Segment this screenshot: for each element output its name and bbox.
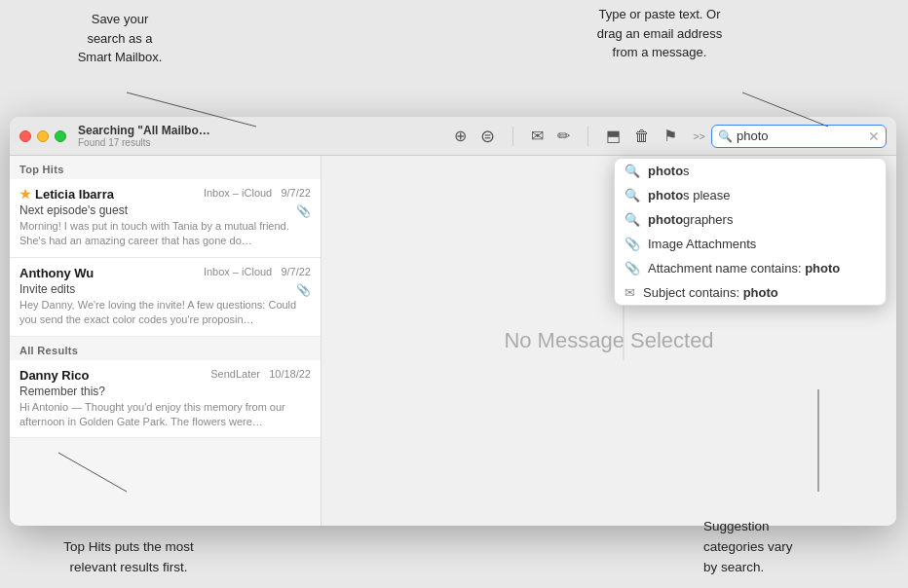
trash-button[interactable]: 🗑 — [634, 128, 650, 145]
mail-meta: SendLater 10/18/22 — [210, 368, 311, 380]
dropdown-label-photos: photos — [648, 164, 876, 178]
annotation-bottom-left: Top Hits puts the most relevant results … — [12, 537, 246, 578]
attachment-icon: 📎 — [296, 283, 311, 297]
mail-item-leticia[interactable]: ★ Leticia Ibarra Inbox – iCloud 9/7/22 N… — [10, 179, 321, 258]
mail-list: Top Hits ★ Leticia Ibarra Inbox – iCloud… — [10, 156, 322, 526]
paperclip-icon: 📎 — [624, 261, 640, 276]
envelope-icon: ✉ — [624, 285, 635, 300]
mail-meta: Inbox – iCloud 9/7/22 — [204, 266, 311, 277]
window-title-text: Searching "All Mailbo… — [78, 124, 454, 137]
dropdown-item-image-attachments[interactable]: 📎 Image Attachments — [615, 232, 886, 256]
archive-button[interactable]: ⬒ — [606, 127, 621, 145]
dropdown-item-photographers[interactable]: 🔍 photographers — [615, 207, 886, 232]
dropdown-label-attachment-name: Attachment name contains: photo — [648, 261, 876, 276]
edit-button[interactable]: ✏ — [557, 127, 570, 145]
dropdown-item-photos[interactable]: 🔍 photos — [615, 159, 886, 183]
mail-subject: Remember this? — [19, 385, 311, 398]
filter-button[interactable]: ⊜ — [480, 126, 495, 147]
no-message-selected: No Message Selected — [504, 328, 713, 353]
mail-preview: Hi Antonio — Thought you'd enjoy this me… — [19, 400, 311, 430]
traffic-lights — [19, 130, 66, 142]
minimize-button[interactable] — [37, 130, 49, 142]
mail-subject: Invite edits — [19, 282, 75, 296]
dropdown-label-photos-please: photos please — [648, 188, 876, 202]
mail-item-danny[interactable]: Danny Rico SendLater 10/18/22 Remember t… — [10, 360, 321, 439]
search-chevrons: >> — [693, 130, 705, 142]
mail-sender: Anthony Wu — [19, 266, 94, 280]
mail-subject: Next episode's guest — [19, 203, 128, 217]
close-button[interactable] — [19, 130, 31, 142]
search-icon: 🔍 — [624, 212, 640, 227]
annotation-bottom-right: Suggestion categories vary by search. — [703, 517, 879, 578]
search-box[interactable]: 🔍 photo ✕ — [711, 125, 887, 148]
dropdown-item-photos-please[interactable]: 🔍 photos please — [615, 183, 886, 207]
mail-preview: Morning! I was put in touch with Tania b… — [19, 219, 311, 249]
add-mailbox-button[interactable]: ⊕ — [454, 127, 467, 145]
search-dropdown: 🔍 photos 🔍 photos please 🔍 photographers… — [614, 158, 887, 306]
flag-button[interactable]: ⚑ — [663, 127, 677, 145]
dropdown-label-subject: Subject contains: photo — [643, 285, 876, 300]
titlebar: Searching "All Mailbo… Found 17 results … — [10, 117, 896, 156]
dropdown-label-photographers: photographers — [648, 212, 876, 227]
mail-sender: ★ Leticia Ibarra — [19, 187, 114, 202]
fullscreen-button[interactable] — [55, 130, 66, 142]
dropdown-item-attachment-name[interactable]: 📎 Attachment name contains: photo — [615, 256, 886, 280]
dropdown-item-subject-contains[interactable]: ✉ Subject contains: photo — [615, 280, 886, 305]
mail-sender: Danny Rico — [19, 368, 90, 383]
search-icon: 🔍 — [624, 188, 640, 202]
dropdown-label-image-attachments: Image Attachments — [648, 237, 876, 251]
search-input[interactable]: photo — [737, 129, 864, 143]
paperclip-icon: 📎 — [624, 237, 640, 251]
mail-item-anthony[interactable]: Anthony Wu Inbox – iCloud 9/7/22 Invite … — [10, 258, 321, 337]
window-subtitle: Found 17 results — [78, 137, 454, 148]
mail-preview: Hey Danny, We're loving the invite! A fe… — [19, 298, 311, 328]
compose-button[interactable]: ✉ — [531, 127, 544, 145]
section-header-top-hits: Top Hits — [10, 156, 321, 179]
annotation-top-right: Type or paste text. Or drag an email add… — [552, 5, 767, 62]
section-header-all-results: All Results — [10, 337, 321, 360]
search-icon: 🔍 — [624, 164, 640, 178]
attachment-icon: 📎 — [296, 204, 311, 218]
window-title-area: Searching "All Mailbo… Found 17 results — [78, 124, 454, 148]
annotation-top-left: Save your search as a Smart Mailbox. — [47, 10, 193, 67]
search-clear-button[interactable]: ✕ — [868, 129, 880, 144]
search-icon: 🔍 — [718, 129, 733, 143]
mail-window: Searching "All Mailbo… Found 17 results … — [10, 117, 896, 526]
toolbar-icons: ⊕ ⊜ ✉ ✏ ⬒ 🗑 ⚑ — [454, 126, 677, 147]
star-icon[interactable]: ★ — [19, 187, 31, 202]
search-area: >> 🔍 photo ✕ — [693, 125, 887, 148]
mail-meta: Inbox – iCloud 9/7/22 — [204, 187, 311, 199]
